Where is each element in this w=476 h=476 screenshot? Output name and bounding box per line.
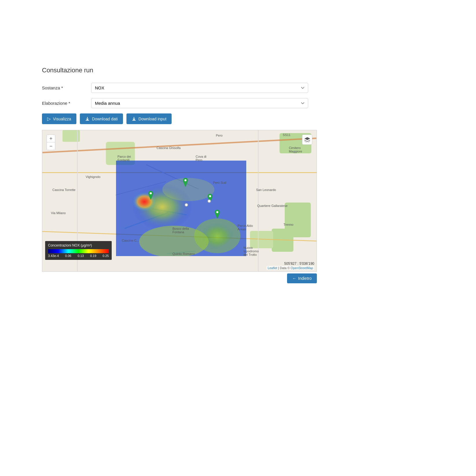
map-label-via-milano: Via Milano (51, 211, 66, 215)
legend-labels: 3.43e-4 0.06 0.13 0.19 0.25 (48, 254, 109, 258)
map-label-cascina-torrette: Cascina Torrette (52, 188, 76, 192)
download-dati-icon (85, 117, 90, 121)
map-wrapper: Parco deiFontanili Cascina Ghisolfa Pero… (42, 130, 317, 272)
map-marker-2 (182, 178, 189, 187)
zoom-in-button[interactable]: + (47, 135, 55, 142)
download-dati-button[interactable]: Download dati (80, 113, 123, 124)
svg-point-9 (209, 195, 211, 197)
sostanza-row: Sostanza * NOX NO2 PM10 PM2.5 (42, 83, 434, 93)
elaborazione-label: Elaborazione * (42, 101, 91, 106)
legend-val-2: 0.06 (65, 254, 71, 258)
elaborazione-select[interactable]: Media annua Media mensile Media giornali… (91, 98, 308, 108)
legend-val-5: 0.25 (103, 254, 109, 258)
map-marker-white-2 (207, 199, 211, 203)
legend-val-3: 0.13 (78, 254, 84, 258)
legend-val-4: 0.19 (90, 254, 96, 258)
map-label-vighignolo: Vighignolo (86, 175, 100, 179)
svg-point-10 (216, 211, 218, 213)
visualizza-label: Visualizza (53, 117, 71, 121)
elaborazione-row: Elaborazione * Media annua Media mensile… (42, 98, 434, 108)
map-coordinates: 505'827 : 5'036'190 (284, 262, 314, 266)
play-icon: ▷ (47, 116, 51, 122)
indietro-arrow-icon: ← (292, 276, 296, 281)
map-legend: Concentrazioni NOX (μg/m³) 3.43e-4 0.06 … (45, 241, 112, 260)
sostanza-label: Sostanza * (42, 85, 91, 90)
map-label-trenno: Trenno (284, 223, 293, 226)
map-label-parco-aldo: Parco AldoAniasi (238, 224, 253, 231)
indietro-button[interactable]: ← Indietro (287, 273, 317, 283)
zoom-out-button[interactable]: − (47, 142, 55, 150)
road-feature (43, 137, 317, 153)
legend-val-1: 3.43e-4 (48, 254, 59, 258)
map-label-san-leonardo: San Leonardo (256, 188, 276, 192)
indietro-label: Indietro (298, 276, 312, 281)
map-attribution: Leaflet | Data © OpenStreetMap (267, 266, 314, 270)
visualizza-button[interactable]: ▷ Visualizza (42, 113, 76, 124)
svg-point-5 (194, 218, 240, 253)
map-label-ippodromo: NuovoIppodromodel Trotto (243, 246, 259, 256)
map-label-parco: Parco deiFontanili (117, 155, 131, 162)
osm-link[interactable]: OpenStreetMap (291, 266, 313, 270)
download-input-icon (132, 117, 136, 121)
map-label-cimitero: CimiteroMaggiore (289, 146, 302, 153)
map-label-cascine-c: Cascine C... (122, 239, 139, 242)
map-label-bora: Bosco dellaFontana (172, 227, 189, 234)
page-title: Consultazione run (42, 67, 434, 74)
map-marker-4 (214, 210, 221, 218)
svg-point-8 (185, 179, 187, 181)
map-label-cova-pero: Cova diPero (196, 155, 206, 162)
map-label-pero-sud: Pero Sud (213, 181, 226, 184)
legend-gradient (48, 249, 109, 253)
map-label-pero: Pero (216, 134, 223, 137)
map-label-cascina: Cascina Ghisolfa (157, 146, 181, 150)
sostanza-select[interactable]: NOX NO2 PM10 PM2.5 (91, 83, 308, 93)
map-container[interactable]: Parco deiFontanili Cascina Ghisolfa Pero… (42, 130, 317, 272)
map-label-quartiere: Quartiere Gallaratese (257, 204, 288, 207)
map-label-ss11: SS11 (283, 133, 291, 137)
layers-button[interactable] (302, 135, 312, 145)
map-marker-white-1 (185, 203, 188, 207)
map-marker-1 (147, 191, 154, 200)
map-zoom-controls: + − (47, 135, 55, 150)
attribution-text: | Data © (278, 266, 291, 270)
button-row: ▷ Visualizza Download dati Download inpu… (42, 113, 434, 124)
svg-point-7 (150, 192, 152, 194)
download-input-label: Download input (139, 117, 167, 121)
download-input-button[interactable]: Download input (126, 113, 172, 124)
download-dati-label: Download dati (92, 117, 118, 121)
legend-title: Concentrazioni NOX (μg/m³) (48, 243, 109, 247)
map-label-quinto: Quinto Romano (172, 252, 195, 256)
leaflet-link[interactable]: Leaflet (268, 266, 277, 270)
